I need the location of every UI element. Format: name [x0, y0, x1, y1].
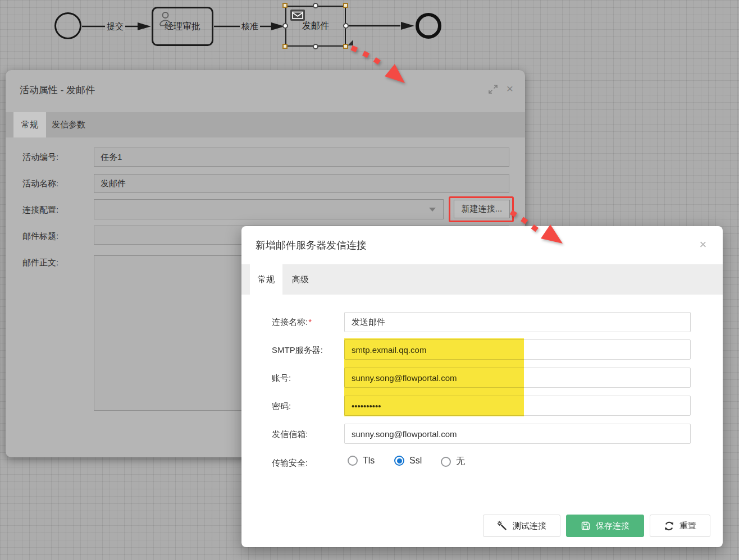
mail-subject-label: 邮件标题:	[22, 231, 58, 242]
edge-label-approve: 核准	[240, 21, 260, 32]
close-icon[interactable]: ×	[504, 84, 516, 95]
account-input[interactable]	[344, 368, 691, 388]
selection-handle-nw[interactable]	[282, 3, 288, 8]
save-connection-button[interactable]: 保存连接	[566, 515, 644, 537]
connector-handle-bottom[interactable]	[313, 44, 318, 49]
save-floppy-icon	[581, 521, 591, 531]
radio-circle-icon	[441, 457, 451, 467]
edge-label-submit: 提交	[105, 21, 125, 32]
tab-send-params[interactable]: 发信参数	[44, 112, 93, 137]
radio-tls[interactable]: Tls	[348, 456, 375, 466]
connector-handle-top[interactable]	[313, 3, 318, 8]
dialog2-tabstrip: 常规 高级	[241, 264, 723, 295]
radio-circle-icon	[348, 456, 358, 466]
transport-security-label: 传输安全:	[272, 458, 308, 469]
new-connection-button[interactable]: 新建连接...	[454, 200, 510, 218]
radio-ssl[interactable]: Ssl	[394, 456, 422, 466]
magic-wand-icon	[497, 521, 508, 531]
mail-body-label: 邮件正文:	[22, 258, 58, 268]
connection-config-label: 连接配置:	[22, 205, 58, 215]
smtp-server-input[interactable]	[344, 339, 691, 360]
chevron-down-icon	[429, 208, 436, 212]
dialog1-title: 活动属性 - 发邮件	[20, 84, 95, 97]
connector-handle-left[interactable]	[282, 23, 288, 29]
expand-icon[interactable]	[487, 84, 499, 95]
new-mail-connection-dialog: 新增邮件服务器发信连接 × 常规 高级 连接名称:* SMTP服务器: 账号: …	[241, 226, 723, 547]
close-icon[interactable]: ×	[696, 238, 710, 252]
activity-name-label: 活动名称:	[22, 178, 58, 189]
tab-advanced[interactable]: 高级	[284, 264, 317, 295]
tab-general[interactable]: 常规	[13, 112, 46, 137]
activity-number-label: 活动编号:	[22, 152, 58, 163]
sender-email-input[interactable]	[344, 424, 691, 444]
password-label: 密码:	[272, 401, 291, 412]
reset-button[interactable]: 重置	[650, 515, 710, 537]
sender-email-label: 发信信箱:	[272, 429, 308, 440]
connection-config-select[interactable]	[94, 199, 444, 219]
account-label: 账号:	[272, 373, 291, 384]
test-connection-button[interactable]: 测试连接	[483, 515, 560, 537]
connection-name-input[interactable]	[344, 312, 691, 332]
connector-handle-right[interactable]	[343, 23, 349, 29]
smtp-server-label: SMTP服务器:	[272, 345, 323, 356]
connection-name-label: 连接名称:*	[272, 317, 312, 328]
workflow-canvas: 提交 核准 经理审批 发邮件 活动属性 - 发邮件	[0, 0, 739, 560]
activity-number-input[interactable]	[94, 148, 509, 167]
activity-name-input[interactable]	[94, 174, 509, 193]
resize-grip[interactable]	[348, 40, 353, 45]
dialog1-tabstrip: 常规 发信参数	[6, 112, 525, 137]
dialog1-header: 活动属性 - 发邮件 ×	[6, 70, 525, 112]
password-input[interactable]	[344, 396, 691, 416]
tab-general[interactable]: 常规	[250, 264, 282, 295]
selection-handle-sw[interactable]	[282, 44, 288, 49]
radio-circle-icon	[394, 456, 404, 466]
selection-handle-ne[interactable]	[343, 3, 348, 8]
required-asterisk: *	[308, 317, 312, 327]
dialog2-title: 新增邮件服务器发信连接	[256, 238, 367, 252]
refresh-icon	[664, 521, 674, 531]
radio-none[interactable]: 无	[441, 456, 465, 467]
